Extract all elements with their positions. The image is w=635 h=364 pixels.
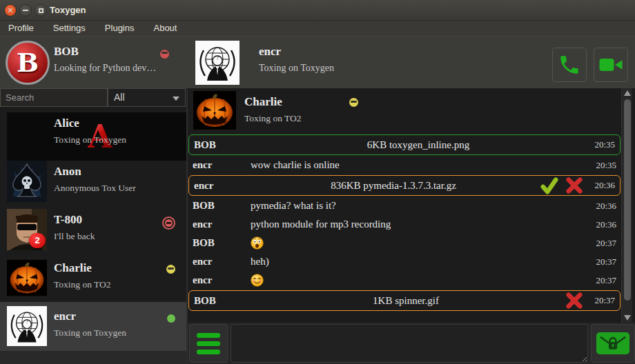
contact-row-encr[interactable]: ? encr Toxing on Toxygen bbox=[0, 302, 186, 350]
contacts-sidebar: All A Alice Toxing on Toxygen bbox=[0, 88, 186, 364]
unread-count-badge: 2 bbox=[29, 233, 46, 248]
contact-name: encr bbox=[54, 310, 76, 323]
profile-name: BOB bbox=[54, 45, 79, 59]
cross-icon bbox=[565, 292, 583, 310]
contact-status-message: Toxing on Toxygen bbox=[54, 134, 126, 145]
contact-row-anon[interactable]: Anon Anonymous Tox User bbox=[0, 157, 186, 205]
message-time: 20:36 bbox=[585, 180, 615, 191]
cross-icon bbox=[565, 176, 583, 194]
menu-item-settings[interactable]: Settings bbox=[53, 21, 86, 36]
contact-status-message: Toxing on Toxygen bbox=[54, 327, 126, 338]
message-sender: BOB bbox=[193, 200, 251, 212]
contact-status-message: Toxing on TO2 bbox=[54, 279, 111, 290]
encrypted-send-icon bbox=[599, 335, 627, 352]
message-row-smiley: BOB 20:37 bbox=[188, 234, 621, 252]
menu-item-about[interactable]: About bbox=[153, 21, 177, 36]
scroll-down-button[interactable] bbox=[623, 313, 632, 323]
svg-text:?: ? bbox=[216, 55, 219, 61]
chat-area: Charlie Toxing on TO2 BOB 6KB toxygen_in… bbox=[186, 88, 621, 323]
contact-status-message: I'll be back bbox=[54, 231, 95, 242]
phone-icon bbox=[558, 53, 581, 77]
titlebar[interactable]: ✕ Toxygen bbox=[0, 0, 635, 21]
message-list: BOB 6KB toxygen_inline.png 20:35 encr wo… bbox=[188, 134, 621, 312]
message-row: encr wow charlie is online 20:35 bbox=[188, 156, 621, 174]
message-smiley bbox=[251, 236, 586, 250]
hamburger-icon bbox=[197, 333, 220, 338]
busy-status-icon bbox=[162, 216, 175, 230]
contact-row-alice[interactable]: A Alice Toxing on Toxygen bbox=[0, 109, 186, 157]
message-time: 20:35 bbox=[586, 160, 616, 171]
message-sender: encr bbox=[193, 219, 251, 230]
file-name: 1KB spinner.gif bbox=[252, 295, 560, 307]
scrollbar-thumb[interactable] bbox=[624, 99, 631, 301]
banner-name: Charlie bbox=[244, 95, 282, 109]
close-window-button[interactable]: ✕ bbox=[4, 4, 17, 17]
messages-scrollbar[interactable] bbox=[621, 88, 632, 323]
arrow-down-icon bbox=[624, 315, 631, 321]
message-row-file-incoming: encr 836KB pymedia-1.3.7.3.tar.gz 20:36 bbox=[188, 175, 621, 196]
away-status-icon bbox=[166, 265, 175, 274]
message-sender: encr bbox=[193, 256, 251, 267]
decline-file-button[interactable] bbox=[564, 176, 585, 194]
jack-o-lantern-avatar bbox=[193, 91, 236, 130]
maximize-icon bbox=[39, 8, 43, 13]
search-box bbox=[0, 88, 108, 107]
avatar-letter: B bbox=[17, 47, 39, 78]
message-text: pymedia? what is it? bbox=[251, 200, 586, 212]
close-icon: ✕ bbox=[7, 6, 13, 14]
jack-o-lantern-avatar bbox=[7, 257, 47, 299]
banner-status-message: Toxing on TO2 bbox=[244, 113, 302, 124]
conversation-peer-name: encr bbox=[259, 45, 281, 59]
message-time: 20:35 bbox=[585, 139, 615, 150]
message-sender: BOB bbox=[193, 237, 251, 249]
contact-filter-dropdown[interactable]: All bbox=[108, 88, 186, 107]
shocked-face-smiley-icon bbox=[251, 236, 264, 250]
message-time: 20:37 bbox=[586, 238, 616, 249]
contact-row-charlie[interactable]: Charlie Toxing on TO2 bbox=[0, 254, 186, 302]
contact-row-t800[interactable]: T-800 I'll be back 2 bbox=[0, 205, 186, 254]
message-time: 20:37 bbox=[586, 275, 616, 286]
chat-menu-button[interactable] bbox=[189, 324, 228, 363]
cancel-file-button[interactable] bbox=[564, 292, 585, 310]
message-smiley bbox=[251, 274, 586, 287]
audio-call-button[interactable] bbox=[552, 48, 587, 82]
away-status-icon bbox=[349, 98, 358, 107]
message-time: 20:37 bbox=[586, 256, 616, 267]
toxygen-window: ✕ Toxygen Profile Settings Plugins About… bbox=[0, 0, 635, 364]
video-camera-icon bbox=[598, 54, 623, 75]
online-status-icon bbox=[167, 314, 175, 323]
message-sender: BOB bbox=[194, 139, 252, 151]
minimize-window-button[interactable] bbox=[19, 4, 32, 17]
message-sender: encr bbox=[193, 159, 251, 171]
message-row: encr heh) 20:37 bbox=[188, 252, 621, 271]
message-time: 20:37 bbox=[585, 295, 615, 306]
friend-banner-charlie[interactable]: Charlie Toxing on TO2 bbox=[189, 91, 617, 131]
contact-name: Anon bbox=[54, 165, 81, 179]
chevron-down-icon bbox=[173, 97, 179, 101]
video-call-button[interactable] bbox=[594, 48, 628, 82]
message-text: heh) bbox=[251, 256, 586, 267]
scroll-up-button[interactable] bbox=[623, 88, 632, 98]
accept-file-button[interactable] bbox=[539, 176, 560, 194]
conversation-peer-status: Toxing on Toxygen bbox=[259, 63, 334, 74]
message-time: 20:36 bbox=[586, 219, 616, 230]
contact-name: T-800 bbox=[54, 213, 82, 227]
message-sender: encr bbox=[194, 180, 252, 192]
window-title: Toxygen bbox=[50, 0, 86, 20]
anonymous-mask-avatar: ? bbox=[7, 305, 47, 347]
menu-item-profile[interactable]: Profile bbox=[8, 21, 34, 36]
message-input[interactable] bbox=[231, 324, 588, 363]
message-row-file-finished: BOB 6KB toxygen_inline.png 20:35 bbox=[188, 134, 621, 155]
message-text: wow charlie is online bbox=[251, 159, 586, 171]
message-text: python module for mp3 recording bbox=[251, 219, 586, 230]
busy-status-icon bbox=[160, 50, 169, 59]
contact-name: Charlie bbox=[54, 261, 92, 275]
menu-item-plugins[interactable]: Plugins bbox=[105, 21, 135, 36]
maximize-window-button[interactable] bbox=[35, 4, 47, 17]
bob-avatar[interactable]: B bbox=[6, 41, 50, 85]
contact-status-message: Anonymous Tox User bbox=[54, 183, 136, 194]
send-message-button[interactable] bbox=[591, 324, 635, 363]
anonymous-mask-art: ? bbox=[195, 41, 240, 85]
check-icon bbox=[540, 176, 559, 194]
message-time: 20:36 bbox=[586, 201, 616, 212]
